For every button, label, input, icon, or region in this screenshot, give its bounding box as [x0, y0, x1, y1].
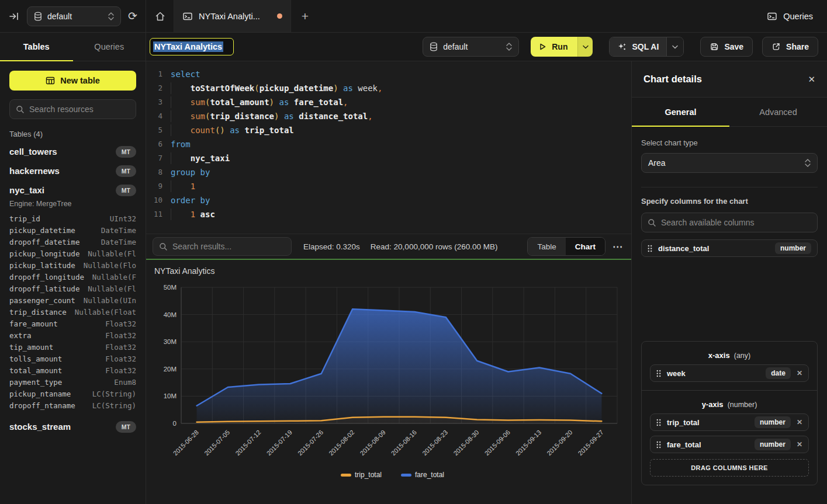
- toolbar-database-selector[interactable]: default: [423, 37, 519, 57]
- column-item[interactable]: dropoff_latitudeNullable(Fl: [9, 283, 136, 294]
- line-number: 3: [146, 95, 162, 109]
- svg-text:2015-09-13: 2015-09-13: [514, 429, 542, 457]
- table-item-stocks_stream[interactable]: stocks_streamMT: [9, 417, 136, 436]
- sidebar-tab-tables[interactable]: Tables: [0, 33, 73, 61]
- code-line[interactable]: sum(trip_distance) as distance_total,: [171, 109, 631, 123]
- column-item[interactable]: dropoff_longitudeNullable(F: [9, 271, 136, 283]
- remove-icon[interactable]: ✕: [797, 418, 802, 426]
- tab-general[interactable]: General: [632, 98, 729, 126]
- code-line[interactable]: group by: [171, 165, 631, 179]
- code-line[interactable]: 1 asc: [171, 207, 631, 221]
- new-table-button[interactable]: New table: [9, 71, 136, 91]
- toggle-table-view[interactable]: Table: [528, 238, 565, 255]
- code-line[interactable]: order by: [171, 193, 631, 207]
- sidebar-tab-queries[interactable]: Queries: [73, 33, 146, 61]
- engine-badge: MT: [116, 185, 136, 196]
- column-item[interactable]: tip_amountFloat32: [9, 341, 136, 353]
- results-search-input[interactable]: [172, 242, 285, 251]
- column-item[interactable]: trip_distanceNullable(Float: [9, 306, 136, 318]
- code-line[interactable]: toStartOfWeek(pickup_datetime) as week,: [171, 81, 631, 95]
- column-item[interactable]: pickup_ntanameLC(String): [9, 388, 136, 399]
- resources-search-input[interactable]: [29, 105, 130, 114]
- toggle-chart-view[interactable]: Chart: [566, 238, 605, 255]
- y-axis-column-fare_total[interactable]: fare_totalnumber✕: [650, 436, 809, 453]
- column-type: DateTime: [101, 238, 136, 246]
- remove-icon[interactable]: ✕: [797, 369, 802, 377]
- column-name: tip_amount: [9, 343, 53, 352]
- drag-handle-icon[interactable]: [656, 441, 661, 449]
- share-button[interactable]: Share: [762, 37, 818, 57]
- columns-search-input[interactable]: [661, 218, 811, 227]
- line-number: 11: [146, 207, 162, 221]
- editor-line: 6from: [146, 137, 631, 151]
- svg-text:2015-07-12: 2015-07-12: [234, 429, 262, 457]
- column-item[interactable]: dropoff_datetimeDateTime: [9, 236, 136, 248]
- available-columns: distance_totalnumber: [641, 232, 818, 257]
- x-axis-column-week[interactable]: weekdate✕: [650, 364, 809, 382]
- more-options-icon[interactable]: ⋯: [613, 241, 623, 253]
- type-badge: number: [775, 242, 811, 254]
- available-column-distance_total[interactable]: distance_totalnumber: [641, 239, 818, 257]
- remove-icon[interactable]: ✕: [797, 440, 802, 449]
- close-icon[interactable]: ✕: [808, 74, 815, 85]
- query-tab[interactable]: NYTaxi Analyti...: [174, 0, 291, 32]
- column-type: DateTime: [101, 226, 136, 235]
- search-icon: [159, 242, 168, 251]
- query-title-input[interactable]: NYTaxi Analytics: [150, 38, 234, 55]
- column-item[interactable]: extraFloat32: [9, 329, 136, 341]
- refresh-icon[interactable]: ⟳: [128, 11, 137, 22]
- column-item[interactable]: pickup_datetimeDateTime: [9, 224, 136, 236]
- top-bar: default ⟳ NYTaxi Analyti... +: [0, 0, 827, 33]
- drop-zone[interactable]: DRAG COLUMNS HERE: [650, 459, 809, 477]
- drag-handle-icon[interactable]: [656, 370, 661, 377]
- table-item-hackernews[interactable]: hackernewsMT: [9, 161, 136, 180]
- table-item-cell_towers[interactable]: cell_towersMT: [9, 142, 136, 161]
- collapse-sidebar-icon[interactable]: [8, 11, 20, 22]
- code-line[interactable]: 1: [171, 179, 631, 193]
- code-line[interactable]: select: [171, 67, 631, 81]
- column-item[interactable]: total_amountFloat32: [9, 364, 136, 376]
- code-line[interactable]: sum(total_amount) as fare_total,: [171, 95, 631, 109]
- table-item-nyc_taxi[interactable]: nyc_taxiMT: [9, 180, 136, 200]
- column-type: Float32: [105, 319, 136, 328]
- column-item[interactable]: dropoff_ntanameLC(String): [9, 399, 136, 411]
- run-button[interactable]: Run: [531, 37, 577, 57]
- column-item[interactable]: pickup_latitudeNullable(Flo: [9, 259, 136, 271]
- new-tab-button[interactable]: +: [291, 0, 319, 32]
- code-line[interactable]: count() as trip_total: [171, 123, 631, 137]
- column-type: Nullable(Float: [75, 308, 136, 317]
- database-icon: [34, 12, 42, 21]
- column-item[interactable]: payment_typeEnum8: [9, 376, 136, 388]
- queries-button[interactable]: Queries: [767, 11, 813, 22]
- code-line[interactable]: from: [171, 137, 631, 151]
- table-name: stocks_stream: [9, 422, 71, 432]
- tables-section-label: Tables (4): [9, 130, 136, 138]
- code-line[interactable]: nyc_taxi: [171, 151, 631, 165]
- sql-editor[interactable]: 1select2 toStartOfWeek(pickup_datetime) …: [146, 61, 631, 234]
- results-search[interactable]: [153, 237, 292, 256]
- column-item[interactable]: pickup_longitudeNullable(Fl: [9, 248, 136, 259]
- tab-advanced[interactable]: Advanced: [729, 98, 827, 126]
- resources-search[interactable]: [9, 99, 136, 119]
- run-options-dropdown[interactable]: [577, 37, 593, 57]
- column-item[interactable]: trip_idUInt32: [9, 213, 136, 224]
- save-icon: [710, 42, 719, 51]
- svg-text:2015-06-28: 2015-06-28: [172, 429, 200, 457]
- drag-handle-icon[interactable]: [656, 419, 661, 426]
- columns-search[interactable]: [641, 213, 818, 232]
- column-item[interactable]: passenger_countNullable(UIn: [9, 294, 136, 306]
- sql-ai-dropdown[interactable]: [666, 37, 683, 56]
- sql-ai-button[interactable]: SQL AI: [610, 37, 666, 56]
- y-axis-column-trip_total[interactable]: trip_totalnumber✕: [650, 413, 809, 431]
- database-selector[interactable]: default: [27, 6, 121, 26]
- editor-line: 9 1: [146, 179, 631, 193]
- drag-handle-icon[interactable]: [648, 245, 652, 252]
- chart-type-select[interactable]: Area: [641, 153, 818, 173]
- column-type: UInt32: [110, 214, 136, 223]
- save-button[interactable]: Save: [700, 37, 753, 57]
- home-button[interactable]: [146, 0, 174, 32]
- column-item[interactable]: tolls_amountFloat32: [9, 353, 136, 364]
- elapsed-stat: Elapsed: 0.320s: [303, 242, 360, 251]
- column-type: Nullable(UIn: [84, 296, 136, 305]
- column-item[interactable]: fare_amountFloat32: [9, 318, 136, 329]
